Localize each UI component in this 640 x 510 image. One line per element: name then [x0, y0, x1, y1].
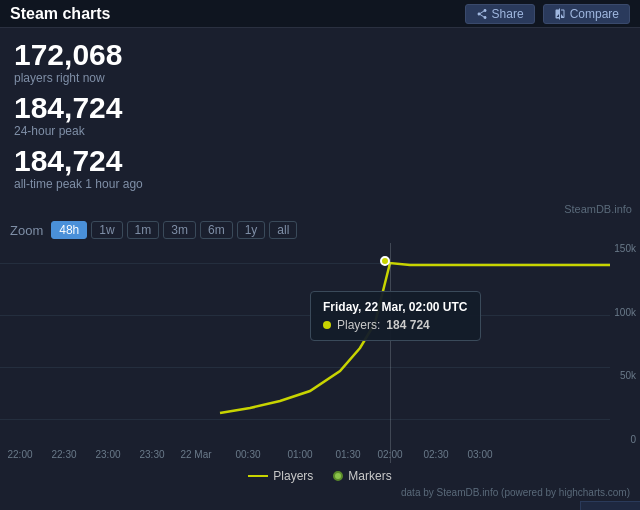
current-players-stat: 172,068 players right now: [14, 38, 626, 85]
xaxis-2230: 22:30: [51, 449, 76, 460]
yaxis-100k: 100k: [614, 307, 636, 318]
chart-line: [220, 263, 610, 413]
chart-legend: Players Markers: [0, 463, 640, 485]
xaxis-0030: 00:30: [235, 449, 260, 460]
xaxis-0130: 01:30: [335, 449, 360, 460]
legend-markers-label: Markers: [348, 469, 391, 483]
compare-label: Compare: [570, 7, 619, 21]
xaxis-0100: 01:00: [287, 449, 312, 460]
share-label: Share: [492, 7, 524, 21]
xaxis-0300: 03:00: [467, 449, 492, 460]
x-axis-top: 22:00 22:30 23:00 23:30 22 Mar 00:30 01:…: [0, 445, 640, 463]
peak-24h-label: 24-hour peak: [14, 124, 626, 138]
alltime-peak-value: 184,724: [14, 144, 626, 177]
peak-24h-value: 184,724: [14, 91, 626, 124]
app-title: Steam charts: [10, 5, 111, 23]
alltime-peak-label: all-time peak 1 hour ago: [14, 177, 626, 191]
compare-button[interactable]: Compare: [543, 4, 630, 24]
zoom-3m[interactable]: 3m: [163, 221, 196, 239]
zoom-all[interactable]: all: [269, 221, 297, 239]
xaxis-2300: 23:00: [95, 449, 120, 460]
yaxis-0: 0: [630, 434, 636, 445]
legend-players-label: Players: [273, 469, 313, 483]
zoom-48h[interactable]: 48h: [51, 221, 87, 239]
current-players-value: 172,068: [14, 38, 626, 71]
zoom-label: Zoom: [10, 223, 43, 238]
header: Steam charts Share Compare: [0, 0, 640, 28]
bottom-section: 16 Mar 18 Mar 20 Mar Players Markers dat…: [0, 463, 640, 510]
stats-section: 172,068 players right now 184,724 24-hou…: [0, 28, 640, 203]
zoom-6m[interactable]: 6m: [200, 221, 233, 239]
attribution-bottom: data by SteamDB.info (powered by highcha…: [0, 485, 640, 498]
xaxis-2330: 23:30: [139, 449, 164, 460]
zoom-1m[interactable]: 1m: [127, 221, 160, 239]
header-actions: Share Compare: [465, 4, 630, 24]
attribution-text: data by SteamDB.info (powered by highcha…: [401, 487, 630, 498]
yaxis-150k: 150k: [614, 243, 636, 254]
legend-players: Players: [248, 469, 313, 483]
zoom-1w[interactable]: 1w: [91, 221, 122, 239]
mini-chart-thumbnail: [580, 501, 640, 510]
mini-chart-svg: [581, 502, 640, 510]
xaxis-0230: 02:30: [423, 449, 448, 460]
chart-svg: [0, 243, 610, 438]
share-icon: [476, 8, 488, 20]
current-players-label: players right now: [14, 71, 626, 85]
peak-dot: [380, 256, 390, 266]
markers-dot-icon: [333, 471, 343, 481]
share-button[interactable]: Share: [465, 4, 535, 24]
xaxis-22mar: 22 Mar: [180, 449, 211, 460]
legend-markers: Markers: [333, 469, 391, 483]
steamdb-attribution-top: SteamDB.info: [0, 203, 640, 217]
crosshair: [390, 243, 391, 463]
compare-icon: [554, 8, 566, 20]
xaxis-2200: 22:00: [7, 449, 32, 460]
yaxis-50k: 50k: [620, 370, 636, 381]
y-axis: 150k 100k 50k 0: [614, 243, 636, 445]
zoom-1y[interactable]: 1y: [237, 221, 266, 239]
svg-rect-0: [581, 502, 640, 510]
main-chart: 150k 100k 50k 0 Friday, 22 Mar, 02:00 UT…: [0, 243, 640, 463]
peak-24h-stat: 184,724 24-hour peak: [14, 91, 626, 138]
zoom-bar: Zoom 48h 1w 1m 3m 6m 1y all: [0, 217, 640, 243]
alltime-peak-stat: 184,724 all-time peak 1 hour ago: [14, 144, 626, 191]
players-line-icon: [248, 475, 268, 477]
